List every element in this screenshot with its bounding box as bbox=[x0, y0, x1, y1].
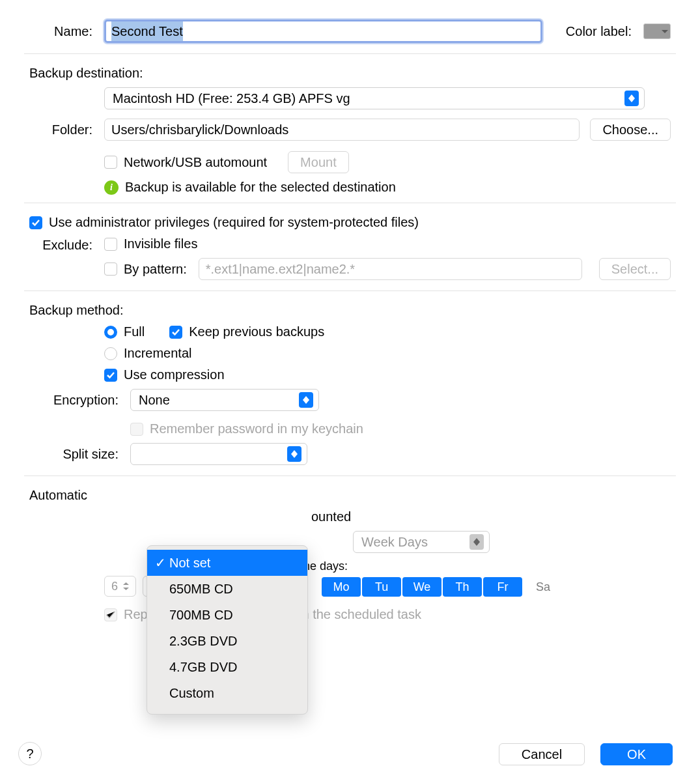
info-icon: i bbox=[104, 180, 119, 195]
day-toggle[interactable]: Th bbox=[443, 577, 482, 597]
day-toggle[interactable]: We bbox=[402, 577, 441, 597]
encryption-popup[interactable]: None bbox=[130, 389, 319, 411]
updown-stepper-icon bbox=[624, 91, 639, 106]
automount-label: Network/USB automount bbox=[124, 155, 267, 170]
method-incremental-label: Incremental bbox=[124, 346, 192, 361]
name-input[interactable]: Second Test bbox=[104, 20, 542, 43]
backup-destination-heading: Backup destination: bbox=[29, 66, 671, 81]
help-button[interactable]: ? bbox=[18, 742, 42, 765]
divider bbox=[24, 53, 676, 54]
chevron-down-icon bbox=[662, 29, 668, 34]
method-full-radio[interactable] bbox=[104, 326, 117, 339]
weekdays-popup[interactable]: Week Days bbox=[353, 531, 490, 553]
destination-status: Backup is available for the selected des… bbox=[125, 180, 396, 195]
keep-previous-label: Keep previous backups bbox=[189, 324, 324, 339]
folder-label: Folder: bbox=[29, 122, 104, 137]
updown-stepper-icon bbox=[287, 446, 301, 462]
day-toggle[interactable]: Mo bbox=[322, 577, 361, 597]
split-size-option[interactable]: 650MB CD bbox=[147, 576, 307, 602]
backup-method-heading: Backup method: bbox=[29, 303, 671, 318]
admin-priv-label: Use administrator privileges (required f… bbox=[49, 215, 419, 230]
split-size-option[interactable]: Custom bbox=[147, 680, 307, 706]
mount-button[interactable]: Mount bbox=[288, 151, 349, 173]
choose-button[interactable]: Choose... bbox=[590, 119, 671, 141]
divider bbox=[24, 203, 676, 203]
mounted-fragment: ounted bbox=[311, 509, 351, 524]
day-toggle[interactable]: Tu bbox=[362, 577, 401, 597]
exclude-invisible-checkbox[interactable] bbox=[104, 238, 117, 251]
split-size-option[interactable]: Not set bbox=[147, 550, 307, 576]
divider bbox=[24, 476, 676, 476]
updown-stepper-icon bbox=[299, 392, 313, 408]
day-toggle[interactable]: Sa bbox=[524, 577, 563, 597]
exclude-bypattern-label: By pattern: bbox=[124, 262, 187, 277]
ok-button[interactable]: OK bbox=[600, 743, 673, 765]
admin-priv-checkbox[interactable] bbox=[29, 216, 42, 229]
split-size-menu[interactable]: Not set650MB CD700MB CD2.3GB DVD4.7GB DV… bbox=[147, 545, 308, 715]
remember-password-label: Remember password in my keychain bbox=[150, 421, 363, 436]
select-pattern-button[interactable]: Select... bbox=[599, 258, 671, 280]
on-days-label: On the days: bbox=[281, 560, 563, 573]
hour-stepper[interactable]: 6 bbox=[104, 576, 136, 597]
method-incremental-radio[interactable] bbox=[104, 347, 117, 360]
color-label: Color label: bbox=[566, 24, 632, 39]
day-toggle[interactable]: Fr bbox=[483, 577, 522, 597]
days-row: SuMoTuWeThFrSa bbox=[281, 577, 563, 597]
compression-checkbox[interactable] bbox=[104, 369, 117, 382]
split-size-popup[interactable] bbox=[130, 443, 307, 465]
exclude-invisible-label: Invisible files bbox=[124, 236, 197, 251]
automatic-heading: Automatic bbox=[29, 488, 671, 503]
remember-password-checkbox bbox=[130, 423, 143, 436]
divider bbox=[24, 291, 676, 291]
pattern-field[interactable]: *.ext1|name.ext2|name2.* bbox=[199, 258, 582, 280]
folder-path-field[interactable]: Users/chrisbarylick/Downloads bbox=[104, 119, 580, 141]
color-label-swatch[interactable] bbox=[643, 23, 671, 39]
method-full-label: Full bbox=[124, 324, 145, 339]
split-size-option[interactable]: 700MB CD bbox=[147, 602, 307, 628]
encryption-label: Encryption: bbox=[29, 393, 130, 408]
split-size-label: Split size: bbox=[29, 447, 130, 462]
compression-label: Use compression bbox=[124, 367, 225, 382]
updown-stepper-icon bbox=[469, 534, 484, 550]
automount-checkbox[interactable] bbox=[104, 156, 117, 169]
split-size-option[interactable]: 4.7GB DVD bbox=[147, 654, 307, 680]
name-label: Name: bbox=[29, 24, 104, 39]
keep-previous-checkbox[interactable] bbox=[169, 326, 182, 339]
destination-volume-popup[interactable]: Macintosh HD (Free: 253.4 GB) APFS vg bbox=[104, 87, 645, 109]
split-size-option[interactable]: 2.3GB DVD bbox=[147, 628, 307, 654]
repeat-checkbox bbox=[104, 608, 117, 621]
cancel-button[interactable]: Cancel bbox=[499, 743, 585, 765]
exclude-bypattern-checkbox[interactable] bbox=[104, 263, 117, 276]
exclude-label: Exclude: bbox=[29, 236, 104, 253]
